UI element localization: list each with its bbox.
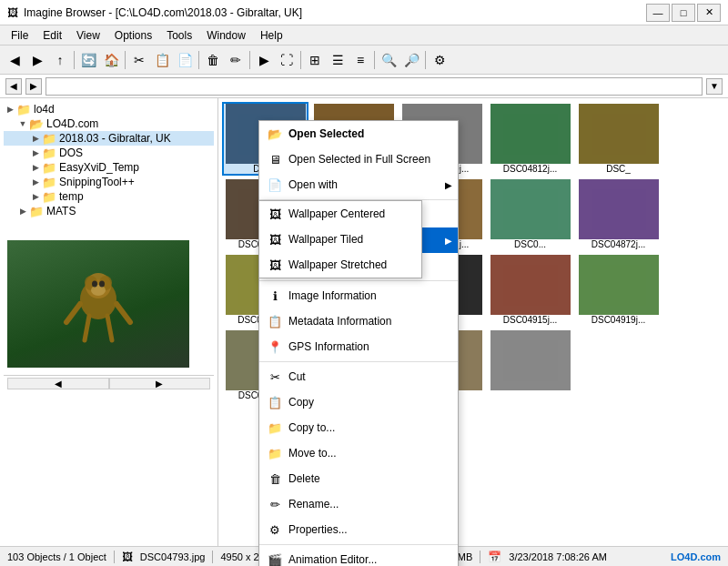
minimize-button[interactable]: — bbox=[646, 4, 670, 22]
sidebar-item-label: DOS bbox=[59, 147, 83, 159]
toolbar-cut[interactable]: ✂ bbox=[128, 49, 150, 71]
toolbar-zoom-out[interactable]: 🔎 bbox=[400, 49, 422, 71]
context-menu-item-cut[interactable]: ✂Cut bbox=[259, 364, 458, 389]
menu-edit[interactable]: Edit bbox=[35, 27, 69, 44]
toolbar-sep4 bbox=[249, 51, 250, 69]
thumbnail-item[interactable]: DSC04872j... bbox=[575, 177, 662, 251]
context-menu-item-animation-editor[interactable]: 🎬Animation Editor... bbox=[259, 547, 458, 566]
sidebar-item-mats[interactable]: ▶ 📁 MATS bbox=[4, 204, 214, 218]
wallpaper-submenu-item-wallpaper-tiled[interactable]: 🖼Wallpaper Tiled bbox=[259, 227, 421, 252]
status-date-icon: 📅 bbox=[488, 551, 501, 563]
toolbar-rename[interactable]: ✏ bbox=[225, 49, 247, 71]
sidebar-item-temp[interactable]: ▶ 📁 temp bbox=[4, 189, 214, 204]
toolbar-refresh[interactable]: 🔄 bbox=[77, 49, 99, 71]
thumbnail-item[interactable] bbox=[487, 328, 573, 402]
context-menu-item-open-fullscreen[interactable]: 🖥Open Selected in Full Screen bbox=[259, 147, 458, 172]
context-menu-item-rename[interactable]: ✏Rename... bbox=[259, 491, 458, 517]
context-menu-item-copy-to[interactable]: 📁Copy to... bbox=[259, 415, 458, 440]
tree-arrow: ▶ bbox=[29, 192, 42, 201]
context-menu-item-copy[interactable]: 📋Copy bbox=[259, 389, 458, 415]
open-fullscreen-label: Open Selected in Full Screen bbox=[288, 153, 430, 166]
thumbnail-item[interactable]: DSC04812j... bbox=[487, 102, 573, 176]
wallpaper-stretched-icon: 🖼 bbox=[267, 257, 283, 273]
addressbar-back[interactable]: ◀ bbox=[5, 78, 22, 95]
menu-options[interactable]: Options bbox=[107, 27, 159, 44]
wallpaper-centered-label: Wallpaper Centered bbox=[288, 207, 385, 220]
svg-line-7 bbox=[66, 304, 80, 322]
toolbar-up[interactable]: ↑ bbox=[49, 49, 71, 71]
toolbar-settings[interactable]: ⚙ bbox=[429, 49, 450, 71]
address-input[interactable]: C:\LO4D.com\2018.03 - Gibraltar, UK bbox=[46, 77, 703, 96]
context-menu-item-open-selected[interactable]: 📂Open Selected bbox=[259, 121, 458, 147]
svg-rect-24 bbox=[503, 265, 558, 306]
context-menu-item-properties[interactable]: ⚙Properties... bbox=[259, 517, 458, 542]
status-sep2 bbox=[212, 551, 213, 563]
sidebar-item-label: lo4d bbox=[34, 103, 55, 116]
gps-info-label: GPS Information bbox=[288, 340, 369, 353]
toolbar-paste[interactable]: 📄 bbox=[174, 49, 196, 71]
status-file-icon: 🖼 bbox=[122, 551, 133, 563]
app-icon: 🖼 bbox=[7, 6, 18, 19]
animation-editor-label: Animation Editor... bbox=[288, 553, 377, 566]
context-menu-item-image-info[interactable]: ℹImage Information bbox=[259, 283, 458, 308]
menu-view[interactable]: View bbox=[69, 27, 107, 44]
thumbnail-image bbox=[579, 255, 659, 315]
toolbar-forward[interactable]: ▶ bbox=[26, 49, 48, 71]
context-menu-item-metadata-info[interactable]: 📋Metadata Information bbox=[259, 308, 458, 334]
toolbar-view-details[interactable]: ≡ bbox=[349, 49, 371, 71]
image-info-label: Image Information bbox=[288, 289, 377, 302]
context-menu-item-open-with[interactable]: 📄Open with▶ bbox=[259, 172, 458, 197]
toolbar: ◀ ▶ ↑ 🔄 🏠 ✂ 📋 📄 🗑 ✏ ▶ ⛶ ⊞ ☰ ≡ 🔍 🔎 ⚙ bbox=[0, 45, 728, 75]
thumbnail-label: DSC0... bbox=[514, 239, 546, 249]
context-menu-item-gps-info[interactable]: 📍GPS Information bbox=[259, 334, 458, 359]
svg-rect-19 bbox=[503, 189, 558, 230]
maximize-button[interactable]: □ bbox=[672, 4, 695, 22]
sidebar-item-dos[interactable]: ▶ 📁 DOS bbox=[4, 146, 214, 160]
thumbnail-item[interactable]: DSC04915j... bbox=[487, 253, 573, 327]
sidebar-item-easyxvid[interactable]: ▶ 📁 EasyXviD_Temp bbox=[4, 160, 214, 175]
toolbar-delete[interactable]: 🗑 bbox=[202, 49, 224, 71]
toolbar-copy[interactable]: 📋 bbox=[151, 49, 173, 71]
sidebar-item-lo4d[interactable]: ▶ 📁 lo4d bbox=[4, 102, 214, 116]
folder-icon: 📂 bbox=[29, 117, 44, 130]
wallpaper-tiled-icon: 🖼 bbox=[267, 231, 283, 248]
toolbar-home[interactable]: 🏠 bbox=[100, 49, 122, 71]
wallpaper-submenu-item-wallpaper-stretched[interactable]: 🖼Wallpaper Stretched bbox=[259, 252, 421, 278]
addressbar-go[interactable]: ▼ bbox=[706, 78, 723, 95]
toolbar-fullscreen[interactable]: ⛶ bbox=[276, 49, 298, 71]
toolbar-view-list[interactable]: ☰ bbox=[327, 49, 349, 71]
svg-point-5 bbox=[92, 281, 97, 288]
sidebar-item-snipping[interactable]: ▶ 📁 SnippingTool++ bbox=[4, 175, 214, 189]
menu-window[interactable]: Window bbox=[199, 27, 253, 44]
thumbnail-item[interactable]: DSC0... bbox=[487, 177, 573, 251]
delete-icon: 🗑 bbox=[267, 470, 283, 487]
open-selected-icon: 📂 bbox=[267, 126, 283, 142]
context-menu-item-delete[interactable]: 🗑Delete bbox=[259, 466, 458, 491]
wallpaper-submenu-item-wallpaper-centered[interactable]: 🖼Wallpaper Centered bbox=[259, 201, 421, 227]
toolbar-sep6 bbox=[374, 51, 375, 69]
open-with-arrow: ▶ bbox=[445, 180, 452, 190]
thumbnail-item[interactable]: DSC04919j... bbox=[575, 253, 662, 327]
toolbar-view-thumbs[interactable]: ⊞ bbox=[304, 49, 326, 71]
svg-rect-25 bbox=[592, 265, 646, 306]
menu-help[interactable]: Help bbox=[253, 27, 290, 44]
sidebar-scroll-left[interactable]: ◀ bbox=[7, 378, 109, 389]
thumbnail-item[interactable]: DSC_ bbox=[575, 102, 662, 176]
addressbar-forward[interactable]: ▶ bbox=[25, 78, 42, 95]
svg-line-10 bbox=[107, 316, 112, 340]
toolbar-back[interactable]: ◀ bbox=[4, 49, 25, 71]
menu-file[interactable]: File bbox=[4, 27, 35, 44]
tree-arrow: ▼ bbox=[16, 119, 29, 128]
close-button[interactable]: ✕ bbox=[697, 4, 721, 22]
addressbar: ◀ ▶ C:\LO4D.com\2018.03 - Gibraltar, UK … bbox=[0, 75, 728, 98]
menu-tools[interactable]: Tools bbox=[159, 27, 199, 44]
rename-icon: ✏ bbox=[267, 496, 283, 512]
sidebar-scroll-right[interactable]: ▶ bbox=[109, 378, 211, 389]
context-menu-item-move-to[interactable]: 📁Move to... bbox=[259, 440, 458, 466]
folder-icon: 📁 bbox=[29, 205, 44, 217]
toolbar-zoom-in[interactable]: 🔍 bbox=[378, 49, 399, 71]
sidebar-item-gibraltar[interactable]: ▶ 📁 2018.03 - Gibraltar, UK bbox=[4, 131, 214, 146]
context-menu-separator bbox=[259, 544, 458, 545]
toolbar-slideshow[interactable]: ▶ bbox=[253, 49, 275, 71]
sidebar-item-lo4dcom[interactable]: ▼ 📂 LO4D.com bbox=[4, 116, 214, 131]
